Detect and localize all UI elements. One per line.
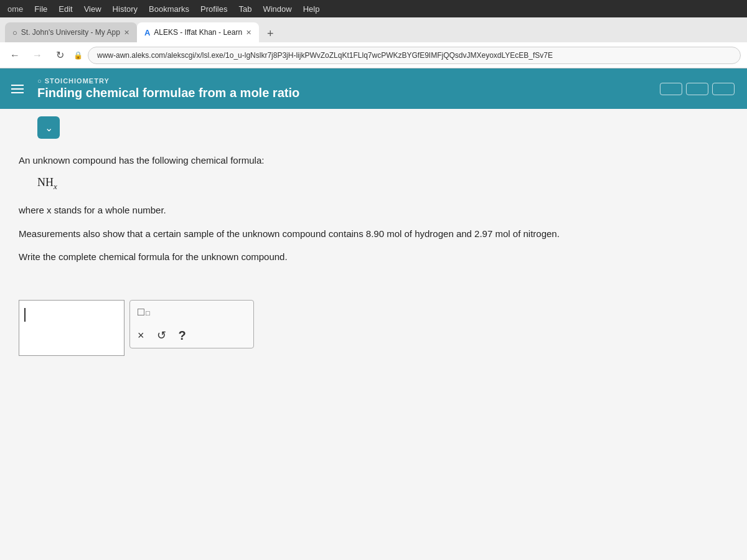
where-text: where x stands for a whole number.	[19, 202, 728, 218]
header-ctrl-btn-1[interactable]	[660, 83, 682, 95]
menu-help[interactable]: Help	[303, 4, 320, 14]
menu-window[interactable]: Window	[263, 4, 291, 14]
menu-profiles[interactable]: Profiles	[200, 4, 227, 14]
formula-popup-buttons: × ↺ ?	[138, 326, 246, 343]
menubar: ome File Edit View History Bookmarks Pro…	[0, 0, 747, 17]
formula-popup: □ □ × ↺ ?	[129, 300, 254, 348]
menu-bookmarks[interactable]: Bookmarks	[149, 4, 189, 14]
small-square-icon: □	[146, 309, 150, 317]
problem-title: Finding chemical formulae from a mole ra…	[37, 86, 299, 100]
menu-file[interactable]: File	[34, 4, 47, 14]
popup-x-button[interactable]: ×	[138, 329, 144, 342]
menu-tab[interactable]: Tab	[238, 4, 251, 14]
tab-stjohns-icon: ○	[12, 28, 17, 37]
tab-aleks-icon: A	[144, 28, 150, 37]
stoichiometry-label: ○ STOICHIOMETRY	[37, 77, 299, 85]
tab-aleks-close[interactable]: ✕	[246, 29, 251, 37]
header-ctrl-btn-2[interactable]	[686, 83, 708, 95]
problem-content: An unknown compound has the following ch…	[0, 146, 747, 285]
tab-stjohns-close[interactable]: ✕	[124, 29, 129, 37]
chevron-down-icon: ⌄	[45, 122, 53, 134]
back-button[interactable]: ←	[6, 47, 24, 64]
hamburger-line2	[11, 88, 24, 90]
formula-x-subscript: x	[54, 181, 57, 190]
addressbar: ← → ↻ 🔒	[0, 42, 747, 68]
tab-stjohns[interactable]: ○ St. John's University - My App ✕	[5, 22, 137, 42]
answer-area: □ □ × ↺ ?	[0, 300, 747, 356]
stoich-circle: ○	[37, 77, 45, 85]
superscript-icon[interactable]: □ □	[138, 306, 150, 319]
stoich-text: STOICHIOMETRY	[45, 77, 110, 85]
aleks-header: ○ STOICHIOMETRY Finding chemical formula…	[0, 68, 747, 109]
menu-history[interactable]: History	[113, 4, 138, 14]
header-text-block: ○ STOICHIOMETRY Finding chemical formula…	[37, 77, 299, 100]
menu-view[interactable]: View	[84, 4, 101, 14]
header-controls	[660, 83, 735, 95]
big-square-icon: □	[138, 306, 144, 319]
hamburger-line1	[11, 85, 24, 86]
answer-input-box[interactable]	[19, 300, 125, 356]
popup-help-button[interactable]: ?	[179, 329, 186, 343]
refresh-button[interactable]: ↻	[51, 47, 68, 64]
lock-icon: 🔒	[73, 51, 83, 60]
chevron-section: ⌄	[0, 109, 747, 146]
chevron-down-button[interactable]: ⌄	[37, 116, 60, 139]
menu-edit[interactable]: Edit	[59, 4, 72, 14]
chemical-formula-display: NHx	[37, 176, 728, 192]
intro-text: An unknown compound has the following ch…	[19, 152, 728, 169]
hamburger-line3	[11, 92, 24, 93]
formula-nh: NH	[37, 176, 54, 189]
measurements-text: Measurements also show that a certain sa…	[19, 226, 728, 242]
new-tab-button[interactable]: +	[261, 25, 279, 42]
tab-aleks-label: ALEKS - Iffat Khan - Learn	[154, 28, 242, 37]
instruction-text: Write the complete chemical formula for …	[19, 249, 728, 265]
forward-button[interactable]: →	[29, 47, 46, 64]
hamburger-menu[interactable]	[11, 85, 24, 93]
text-cursor	[24, 308, 26, 322]
popup-undo-button[interactable]: ↺	[157, 329, 166, 342]
tabbar: ○ St. John's University - My App ✕ A ALE…	[0, 17, 747, 42]
header-ctrl-btn-3[interactable]	[712, 83, 735, 95]
tab-stjohns-label: St. John's University - My App	[21, 28, 120, 37]
address-input[interactable]	[88, 47, 741, 64]
menu-home[interactable]: ome	[7, 4, 23, 14]
tab-aleks[interactable]: A ALEKS - Iffat Khan - Learn ✕	[137, 22, 259, 42]
formula-popup-top: □ □	[138, 306, 246, 319]
content-area: ○ STOICHIOMETRY Finding chemical formula…	[0, 68, 747, 560]
